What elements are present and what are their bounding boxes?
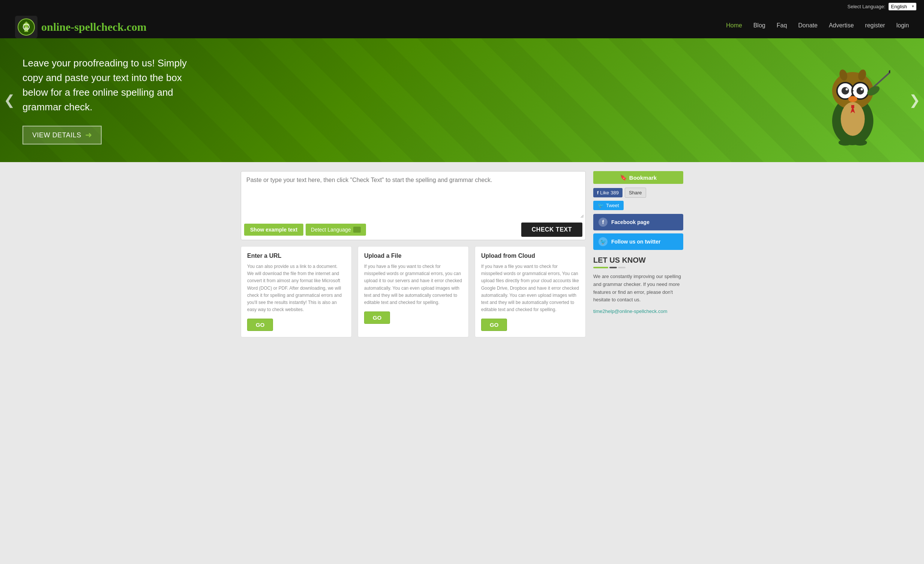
card-cloud-go-button[interactable]: GO [481, 319, 507, 331]
top-bar: Select Language: English French Spanish … [0, 0, 924, 13]
hero-banner: ❮ Leave your proofreading to us! Simply … [0, 38, 924, 162]
nav-register[interactable]: register [865, 22, 885, 29]
bookmark-button[interactable]: 🔖 Bookmark [593, 171, 683, 184]
logo-text: online-spellcheck.com [41, 21, 147, 33]
hero-arrow-right[interactable]: ❯ [909, 92, 920, 108]
nav-home[interactable]: Home [726, 22, 742, 29]
hero-text: Leave your proofreading to us! Simply co… [22, 56, 195, 114]
tweet-row: 🐦 Tweet [593, 201, 683, 210]
view-details-label: VIEW DETAILS [32, 131, 81, 139]
contact-email-link[interactable]: time2help@online-spellcheck.com [593, 308, 667, 314]
bookmark-icon: 🔖 [620, 174, 627, 181]
nav-blog[interactable]: Blog [753, 22, 765, 29]
spell-textarea[interactable] [243, 173, 584, 218]
tweet-button[interactable]: 🐦 Tweet [593, 201, 624, 210]
fb-icon: f [597, 190, 598, 196]
twitter-follow-label: Follow us on twitter [611, 239, 660, 245]
language-select[interactable]: English French Spanish German [888, 3, 916, 11]
nav-faq[interactable]: Faq [777, 22, 787, 29]
language-select-wrapper[interactable]: English French Spanish German [888, 3, 916, 11]
svg-point-13 [848, 96, 857, 102]
detect-language-icon [353, 227, 361, 233]
card-enter-url: Enter a URL You can also provide us a li… [241, 246, 352, 337]
cards-row: Enter a URL You can also provide us a li… [241, 246, 586, 337]
header: online-spellcheck.com Home Blog Faq Dona… [0, 13, 924, 38]
view-details-button[interactable]: VIEW DETAILS ➜ [22, 126, 102, 144]
owl-mascot [815, 53, 890, 147]
logo-icon [15, 16, 38, 38]
svg-point-10 [856, 87, 864, 95]
hero-arrow-left[interactable]: ❮ [4, 92, 15, 108]
luk-bar-dark [609, 267, 617, 268]
card-cloud-title: Upload from Cloud [481, 253, 579, 259]
hero-right [804, 53, 902, 147]
main-content: Show example text Detect Language CHECK … [218, 162, 706, 346]
luk-bar-light [618, 267, 626, 268]
detect-language-button[interactable]: Detect Language [306, 224, 366, 236]
svg-point-12 [861, 88, 863, 90]
nav-login[interactable]: login [896, 22, 909, 29]
card-url-go-button[interactable]: GO [247, 319, 273, 331]
tweet-label: Tweet [606, 203, 619, 208]
let-us-know-title: LET US KNOW [593, 256, 683, 265]
card-file-title: Upload a File [364, 253, 462, 259]
card-url-title: Enter a URL [247, 253, 345, 259]
logo-area: online-spellcheck.com [15, 16, 147, 38]
card-url-body: You can also provide us a link to a docu… [247, 263, 345, 313]
main-nav: Home Blog Faq Donate Advertise register … [726, 22, 909, 32]
bookmark-label: Bookmark [629, 174, 657, 181]
facebook-like-button[interactable]: f Like 389 [593, 188, 622, 197]
card-upload-cloud: Upload from Cloud If you have a file you… [475, 246, 586, 337]
check-text-button[interactable]: CHECK TEXT [521, 223, 582, 237]
detect-language-label: Detect Language [311, 227, 351, 233]
svg-rect-16 [851, 105, 854, 108]
card-upload-file: Upload a File If you have a file you wan… [358, 246, 469, 337]
svg-point-11 [846, 88, 848, 90]
hero-left: Leave your proofreading to us! Simply co… [22, 56, 804, 144]
facebook-like-row: f Like 389 Share [593, 188, 683, 198]
textarea-toolbar: Show example text Detect Language CHECK … [243, 220, 584, 238]
let-us-know-text: We are constantly improving our spelling… [593, 273, 683, 304]
card-cloud-body: If you have a file you want to check for… [481, 263, 579, 313]
show-example-button[interactable]: Show example text [244, 224, 303, 236]
svg-point-21 [854, 140, 867, 146]
facebook-page-button[interactable]: f Facebook page [593, 214, 683, 230]
nav-advertise[interactable]: Advertise [829, 22, 854, 29]
fb-like-label: Like [600, 190, 609, 196]
facebook-share-button[interactable]: Share [625, 188, 646, 198]
twitter-follow-icon: 🐦 [598, 237, 608, 246]
card-file-body: If you have a file you want to check for… [364, 263, 462, 306]
textarea-box: Show example text Detect Language CHECK … [241, 171, 586, 240]
facebook-page-icon: f [598, 218, 608, 227]
twitter-follow-button[interactable]: 🐦 Follow us on twitter [593, 233, 683, 250]
facebook-page-label: Facebook page [611, 219, 650, 225]
twitter-icon: 🐦 [598, 203, 604, 208]
hero-btn-arrow-icon: ➜ [85, 130, 92, 140]
sidebar: 🔖 Bookmark f Like 389 Share 🐦 Tweet f Fa… [593, 171, 683, 337]
let-us-know-section: LET US KNOW We are constantly improving … [593, 256, 683, 314]
card-file-go-button[interactable]: GO [364, 311, 390, 324]
content-left: Show example text Detect Language CHECK … [241, 171, 586, 337]
let-us-know-underline [593, 267, 683, 268]
luk-bar-green [593, 267, 608, 268]
svg-point-20 [838, 140, 852, 146]
language-select-label: Select Language: [848, 4, 885, 9]
nav-donate[interactable]: Donate [798, 22, 818, 29]
svg-point-9 [842, 87, 849, 95]
fb-like-count: 389 [610, 190, 619, 196]
